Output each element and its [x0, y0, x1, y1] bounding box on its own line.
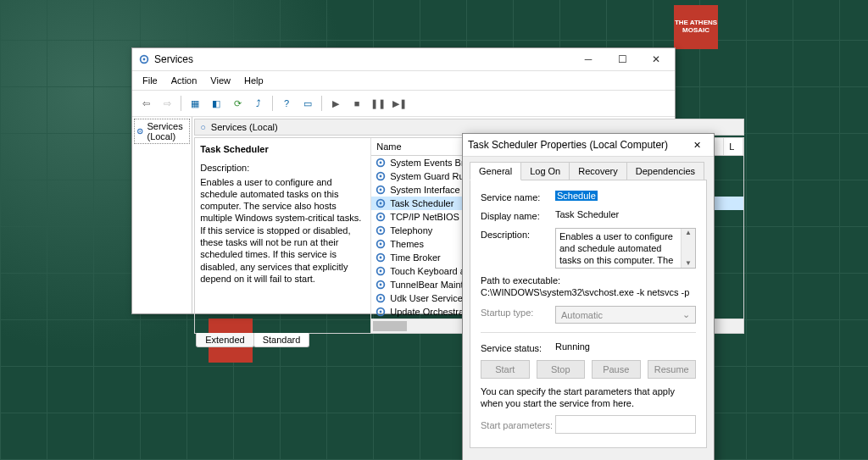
startup-type-value: Automatic: [561, 310, 603, 320]
description-scrollbar[interactable]: ▲▼: [681, 229, 695, 268]
description-label: Description:: [200, 162, 365, 174]
gear-icon: [375, 292, 387, 304]
back-button[interactable]: ⇦: [136, 93, 156, 114]
gear-icon: [375, 197, 387, 209]
start-params-input[interactable]: [555, 415, 696, 434]
pause-button[interactable]: Pause: [592, 360, 641, 379]
value-display-name: Task Scheduler: [555, 209, 696, 219]
gear-icon: [375, 265, 387, 277]
start-service-button[interactable]: ▶: [326, 93, 346, 114]
hint-text: You can specify the start parameters tha…: [481, 385, 696, 410]
label-path: Path to executable:: [481, 275, 696, 285]
gear-icon: [375, 211, 387, 223]
close-button[interactable]: ✕: [639, 49, 673, 69]
chevron-down-icon: ⌄: [682, 309, 690, 320]
description-pane: Task Scheduler Description: Enables a us…: [195, 138, 371, 333]
minimize-button[interactable]: ─: [571, 49, 605, 69]
help-button[interactable]: ?: [276, 93, 297, 114]
resume-button[interactable]: Resume: [648, 360, 697, 379]
svg-point-3: [139, 130, 141, 132]
svg-point-7: [380, 175, 382, 178]
tab-standard[interactable]: Standard: [253, 333, 310, 347]
label-description: Description:: [481, 228, 555, 240]
service-name: Task Scheduler: [390, 198, 453, 208]
window-title: Services: [154, 53, 571, 65]
gear-icon: [375, 252, 387, 263]
svg-point-21: [380, 270, 382, 273]
gear-icon: [136, 125, 143, 137]
tab-extended[interactable]: Extended: [196, 333, 253, 347]
gear-icon: [375, 157, 387, 169]
properties-dialog: Task Scheduler Properties (Local Compute…: [462, 133, 715, 460]
services-icon: [137, 53, 151, 66]
forward-button[interactable]: ⇨: [157, 93, 177, 114]
svg-point-11: [380, 202, 382, 205]
titlebar[interactable]: Services ─ ☐ ✕: [132, 48, 675, 71]
properties-button[interactable]: ▭: [298, 93, 318, 114]
tab-logon[interactable]: Log On: [520, 162, 570, 180]
tree-pane: Services (Local): [132, 117, 192, 313]
dialog-title: Task Scheduler Properties (Local Compute…: [468, 139, 685, 151]
svg-point-15: [380, 230, 382, 232]
menu-view[interactable]: View: [203, 73, 237, 88]
svg-point-27: [380, 311, 382, 313]
tree-root[interactable]: Services (Local): [134, 119, 190, 144]
dialog-tabs: General Log On Recovery Dependencies: [463, 157, 714, 180]
svg-point-1: [143, 58, 146, 61]
restart-service-button[interactable]: ▶❚: [389, 93, 409, 114]
gear-icon: [375, 224, 387, 236]
start-button[interactable]: Start: [481, 360, 530, 379]
menubar: File Action View Help: [132, 71, 675, 91]
description-text: Enables a user to configure and schedule…: [559, 231, 673, 269]
stop-service-button[interactable]: ■: [347, 93, 367, 114]
detail-header-label: Services (Local): [211, 122, 278, 132]
gear-icon: [375, 170, 387, 182]
label-startup-type: Startup type:: [481, 306, 555, 318]
refresh-button[interactable]: ⟳: [227, 93, 248, 114]
menu-action[interactable]: Action: [164, 73, 204, 88]
toolbar-btn[interactable]: ◧: [206, 93, 226, 114]
service-name: Time Broker: [390, 252, 441, 263]
svg-point-17: [380, 243, 382, 246]
toolbar-btn[interactable]: ▦: [185, 93, 205, 114]
dialog-titlebar[interactable]: Task Scheduler Properties (Local Compute…: [463, 134, 714, 157]
pause-service-button[interactable]: ❚❚: [368, 93, 388, 114]
startup-type-dropdown[interactable]: Automatic ⌄: [555, 306, 696, 324]
value-description[interactable]: Enables a user to configure and schedule…: [555, 228, 696, 269]
label-service-name: Service name:: [481, 191, 555, 202]
selected-service-description: Enables a user to configure and schedule…: [200, 176, 365, 285]
gear-icon: [375, 279, 387, 291]
selected-service-name: Task Scheduler: [200, 143, 365, 155]
gear-icon: [375, 238, 387, 250]
tab-general[interactable]: General: [470, 162, 521, 180]
service-name: Themes: [390, 239, 424, 249]
gear-icon: [375, 306, 387, 318]
gear-icon: [375, 184, 387, 196]
tab-recovery[interactable]: Recovery: [569, 162, 626, 180]
toolbar: ⇦ ⇨ ▦ ◧ ⟳ ⤴ ? ▭ ▶ ■ ❚❚ ▶❚: [132, 91, 675, 117]
svg-point-19: [380, 257, 382, 259]
tab-dependencies[interactable]: Dependencies: [626, 162, 704, 180]
svg-point-23: [380, 284, 382, 286]
export-button[interactable]: ⤴: [248, 93, 269, 114]
menu-file[interactable]: File: [136, 73, 164, 88]
dialog-close-button[interactable]: ✕: [685, 136, 709, 153]
svg-point-25: [380, 297, 382, 300]
svg-point-5: [380, 162, 382, 164]
service-name: Telephony: [390, 225, 432, 236]
tree-root-label: Services (Local): [147, 121, 187, 141]
desktop-tile-red: THE ATHENS MOSAIC: [674, 5, 718, 49]
stop-button[interactable]: Stop: [537, 360, 586, 379]
maximize-button[interactable]: ☐: [605, 49, 639, 69]
dialog-panel: Service name: Schedule Display name: Tas…: [470, 180, 707, 448]
value-service-name[interactable]: Schedule: [555, 191, 598, 201]
label-display-name: Display name:: [481, 209, 555, 221]
menu-help[interactable]: Help: [237, 73, 270, 88]
svg-point-13: [380, 216, 382, 219]
label-service-status: Service status:: [481, 341, 555, 353]
label-start-params: Start parameters:: [481, 418, 555, 430]
value-service-status: Running: [555, 341, 696, 352]
svg-point-9: [380, 189, 382, 191]
value-path: C:\WINDOWS\system32\svchost.exe -k netsv…: [481, 287, 696, 297]
col-logon[interactable]: L: [724, 138, 743, 155]
